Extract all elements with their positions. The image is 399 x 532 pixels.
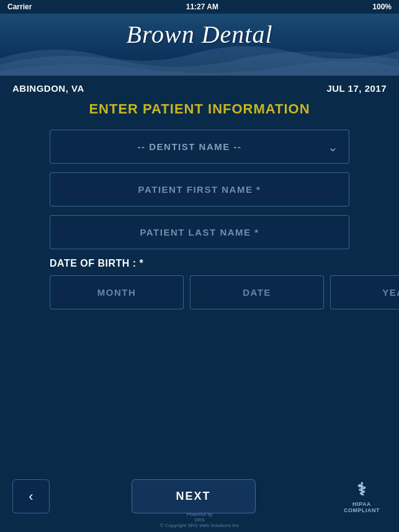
- back-button[interactable]: ‹: [12, 479, 50, 513]
- dentist-dropdown-container: -- DENTIST NAME -- ⌄: [50, 130, 349, 164]
- info-bar: ABINGDON, VA JUL 17, 2017: [0, 76, 399, 101]
- hipaa-line1: HIPAA: [352, 501, 371, 507]
- time-text: 11:27 AM: [186, 2, 218, 11]
- dentist-dropdown[interactable]: -- DENTIST NAME --: [50, 130, 349, 164]
- bottom-nav: ‹ NEXT ⚕ HIPAA COMPLIANT: [0, 479, 399, 513]
- hipaa-line2: COMPLIANT: [344, 507, 380, 513]
- footer-powered-by: Powered by SRS © Copyright SRS Web Solut…: [160, 512, 240, 528]
- patient-first-name-input[interactable]: [50, 172, 349, 206]
- header-area: Brown Dental: [0, 14, 399, 76]
- carrier-text: Carrier: [7, 2, 32, 11]
- next-label: NEXT: [176, 490, 210, 503]
- status-bar: Carrier 11:27 AM 100%: [0, 0, 399, 14]
- back-arrow-icon: ‹: [29, 489, 33, 505]
- location-text: ABINGDON, VA: [12, 83, 84, 94]
- powered-by-text: Powered by: [160, 512, 240, 517]
- dob-row: [50, 275, 349, 309]
- company-name: SRS: [160, 517, 240, 523]
- battery-text: 100%: [372, 2, 392, 11]
- dob-label: DATE OF BIRTH : *: [50, 258, 349, 269]
- month-input[interactable]: [50, 275, 184, 309]
- form-area: -- DENTIST NAME -- ⌄ DATE OF BIRTH : *: [0, 130, 399, 309]
- copyright-text: © Copyright SRS Web Solutions Inc: [160, 523, 240, 528]
- page-title: ENTER PATIENT INFORMATION: [0, 101, 399, 117]
- patient-last-name-input[interactable]: [50, 215, 349, 249]
- year-input[interactable]: [330, 275, 399, 309]
- hipaa-badge: ⚕ HIPAA COMPLIANT: [337, 479, 387, 513]
- date-text: JUL 17, 2017: [326, 83, 387, 94]
- date-input[interactable]: [190, 275, 324, 309]
- next-button[interactable]: NEXT: [132, 479, 256, 513]
- caduceus-icon: ⚕: [357, 479, 367, 500]
